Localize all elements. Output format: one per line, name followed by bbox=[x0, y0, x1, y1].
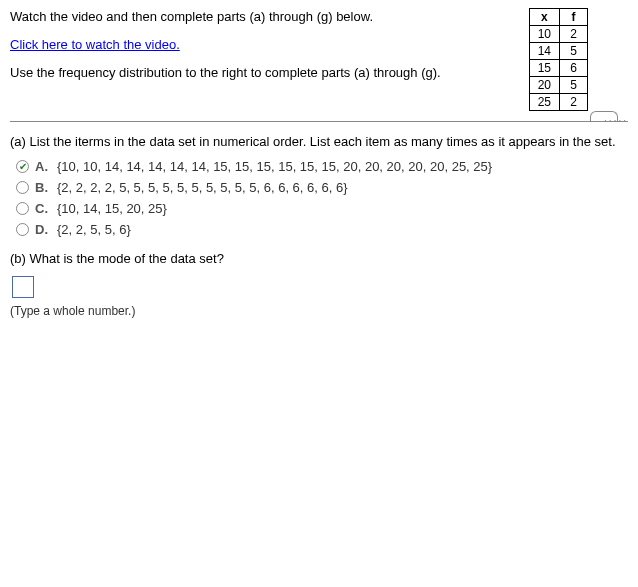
cell-f: 2 bbox=[560, 94, 588, 111]
instruction-line1: Watch the video and then complete parts … bbox=[10, 8, 519, 26]
cell-x: 20 bbox=[529, 77, 559, 94]
freq-header-f: f bbox=[560, 9, 588, 26]
cell-x: 25 bbox=[529, 94, 559, 111]
option-c[interactable]: C. {10, 14, 15, 20, 25} bbox=[16, 201, 628, 216]
cell-f: 2 bbox=[560, 26, 588, 43]
table-row: 145 bbox=[529, 43, 587, 60]
option-text: {10, 14, 15, 20, 25} bbox=[57, 201, 167, 216]
option-a[interactable]: A. {10, 10, 14, 14, 14, 14, 14, 15, 15, … bbox=[16, 159, 628, 174]
option-b[interactable]: B. {2, 2, 2, 2, 5, 5, 5, 5, 5, 5, 5, 5, … bbox=[16, 180, 628, 195]
section-divider bbox=[10, 121, 628, 122]
radio-option-d[interactable] bbox=[16, 223, 29, 236]
option-letter: A. bbox=[35, 159, 51, 174]
part-a-prompt: (a) List the iterms in the data set in n… bbox=[10, 134, 628, 149]
table-row: 205 bbox=[529, 77, 587, 94]
mode-input[interactable] bbox=[12, 276, 34, 298]
table-row: 156 bbox=[529, 60, 587, 77]
radio-option-a[interactable] bbox=[16, 160, 29, 173]
option-letter: B. bbox=[35, 180, 51, 195]
table-row: 252 bbox=[529, 94, 587, 111]
frequency-table: x f 102 145 156 205 252 bbox=[529, 8, 588, 111]
option-text: {2, 2, 5, 5, 6} bbox=[57, 222, 131, 237]
radio-option-c[interactable] bbox=[16, 202, 29, 215]
radio-option-b[interactable] bbox=[16, 181, 29, 194]
watch-video-link[interactable]: Click here to watch the video. bbox=[10, 37, 180, 52]
cell-f: 5 bbox=[560, 43, 588, 60]
instruction-line2: Use the frequency distribution to the ri… bbox=[10, 64, 519, 82]
table-row: 102 bbox=[529, 26, 587, 43]
part-b-prompt: (b) What is the mode of the data set? bbox=[10, 251, 628, 266]
dots-icon: ····· bbox=[604, 115, 628, 126]
option-letter: C. bbox=[35, 201, 51, 216]
part-a-options: A. {10, 10, 14, 14, 14, 14, 14, 15, 15, … bbox=[16, 159, 628, 237]
cell-x: 14 bbox=[529, 43, 559, 60]
part-b-hint: (Type a whole number.) bbox=[10, 304, 628, 318]
cell-f: 5 bbox=[560, 77, 588, 94]
option-text: {10, 10, 14, 14, 14, 14, 14, 15, 15, 15,… bbox=[57, 159, 492, 174]
cell-f: 6 bbox=[560, 60, 588, 77]
freq-header-x: x bbox=[529, 9, 559, 26]
option-letter: D. bbox=[35, 222, 51, 237]
option-d[interactable]: D. {2, 2, 5, 5, 6} bbox=[16, 222, 628, 237]
cell-x: 10 bbox=[529, 26, 559, 43]
cell-x: 15 bbox=[529, 60, 559, 77]
option-text: {2, 2, 2, 2, 5, 5, 5, 5, 5, 5, 5, 5, 5, … bbox=[57, 180, 348, 195]
